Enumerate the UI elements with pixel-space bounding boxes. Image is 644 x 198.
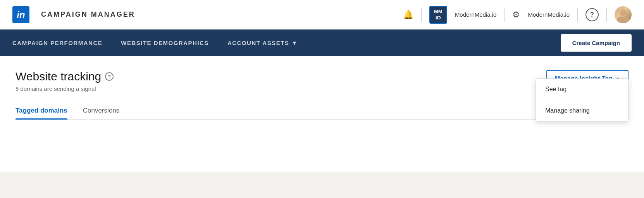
- nav-divider-2: [504, 8, 505, 22]
- linkedin-logo-box: in: [12, 6, 29, 23]
- create-campaign-button[interactable]: Create Campaign: [561, 34, 632, 52]
- navbar-right: 🔔 MMIO ModernMedia.io ⚙ ModernMedia.io ?: [403, 6, 632, 24]
- dropdown-item-see-tag[interactable]: See tag: [536, 79, 628, 100]
- page-subtitle: 8 domains are sending a signal: [15, 85, 114, 92]
- account-badge[interactable]: MMIO: [429, 6, 447, 24]
- linkedin-logo[interactable]: in: [12, 6, 29, 23]
- nav-link-website-demographics[interactable]: WEBSITE DEMOGRAPHICS: [121, 36, 209, 49]
- page-title: Website tracking ?: [15, 70, 114, 83]
- title-help-icon[interactable]: ?: [105, 72, 114, 81]
- tab-tagged-domains[interactable]: Tagged domains: [15, 103, 67, 119]
- main-content: Website tracking ? 8 domains are sending…: [0, 56, 644, 172]
- avatar[interactable]: [615, 6, 632, 23]
- nav-link-account-assets[interactable]: ACCOUNT ASSETS ▼: [227, 36, 298, 49]
- app-title: CAMPAIGN MANAGER: [41, 10, 135, 19]
- top-navbar: in CAMPAIGN MANAGER 🔔 MMIO ModernMedia.i…: [0, 0, 644, 30]
- bell-icon[interactable]: 🔔: [403, 10, 413, 20]
- secondary-navbar: CAMPAIGN PERFORMANCE WEBSITE DEMOGRAPHIC…: [0, 30, 644, 56]
- svg-rect-2: [617, 17, 629, 23]
- page-title-section: Website tracking ? 8 domains are sending…: [15, 70, 114, 92]
- svg-point-1: [620, 9, 627, 16]
- dropdown-item-manage-sharing[interactable]: Manage sharing: [536, 100, 628, 121]
- nav-divider-3: [577, 8, 578, 22]
- account-name-1[interactable]: ModernMedia.io: [455, 11, 497, 18]
- insight-tag-dropdown: See tag Manage sharing: [536, 78, 629, 122]
- account-name-2[interactable]: ModernMedia.io: [528, 11, 570, 18]
- nav-links: CAMPAIGN PERFORMANCE WEBSITE DEMOGRAPHIC…: [12, 36, 561, 49]
- tab-conversions[interactable]: Conversions: [83, 103, 120, 119]
- gear-icon[interactable]: ⚙: [512, 10, 520, 20]
- help-icon[interactable]: ?: [585, 8, 599, 21]
- nav-link-campaign-performance[interactable]: CAMPAIGN PERFORMANCE: [12, 36, 102, 49]
- nav-divider-4: [606, 8, 607, 22]
- nav-divider-1: [421, 8, 422, 22]
